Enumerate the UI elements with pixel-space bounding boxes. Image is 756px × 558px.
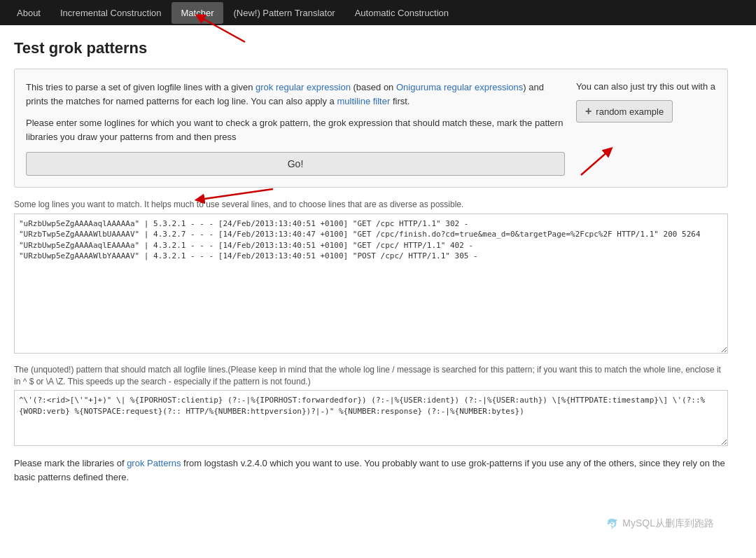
grok-regex-link[interactable]: grok regular expression (255, 82, 351, 92)
plus-icon: + (585, 105, 592, 118)
desc-part1: This tries to parse a set of given logfi… (26, 82, 255, 92)
log-section: Some log lines you want to match. It hel… (14, 199, 728, 356)
log-textarea[interactable] (14, 214, 728, 354)
log-section-label: Some log lines you want to match. It hel… (14, 199, 728, 211)
nav-matcher[interactable]: Matcher (172, 2, 224, 24)
navbar: About Incremental Construction Matcher (… (0, 0, 756, 25)
nav-about[interactable]: About (7, 2, 50, 24)
library-section: Please mark the libraries of grok Patter… (14, 456, 728, 484)
nav-incremental[interactable]: Incremental Construction (50, 2, 172, 24)
grok-patterns-link[interactable]: grok Patterns (127, 458, 181, 468)
pattern-textarea[interactable] (14, 390, 728, 446)
library-text-before: Please mark the libraries of (14, 458, 127, 468)
random-example-button[interactable]: + random example (576, 100, 673, 123)
nav-automatic[interactable]: Automatic Construction (345, 2, 458, 24)
desc-part2: (based on (351, 82, 396, 92)
desc-part4: first. (390, 96, 410, 106)
random-example-label: random example (596, 106, 664, 117)
right-panel-text: You can also just try this out with a (576, 81, 716, 93)
nav-pattern-translator[interactable]: (New!) Pattern Translator (223, 2, 344, 24)
main-right: You can also just try this out with a + … (576, 81, 716, 176)
go-button[interactable]: Go! (26, 152, 565, 176)
go-button-container: Go! (26, 152, 565, 176)
description-instructions: Please enter some loglines for which you… (26, 116, 565, 144)
library-text: Please mark the libraries of grok Patter… (14, 456, 728, 484)
page-title: Test grok patterns (14, 39, 728, 57)
main-left: This tries to parse a set of given logfi… (26, 81, 565, 176)
multiline-link[interactable]: multiline filter (337, 96, 390, 106)
pattern-section: The (unquoted!) pattern that should matc… (14, 364, 728, 449)
oniguruma-link[interactable]: Oniguruma regular expressions (396, 82, 523, 92)
main-panel: This tries to parse a set of given logfi… (14, 69, 728, 188)
pattern-section-label: The (unquoted!) pattern that should matc… (14, 364, 728, 388)
description-intro: This tries to parse a set of given logfi… (26, 81, 565, 108)
